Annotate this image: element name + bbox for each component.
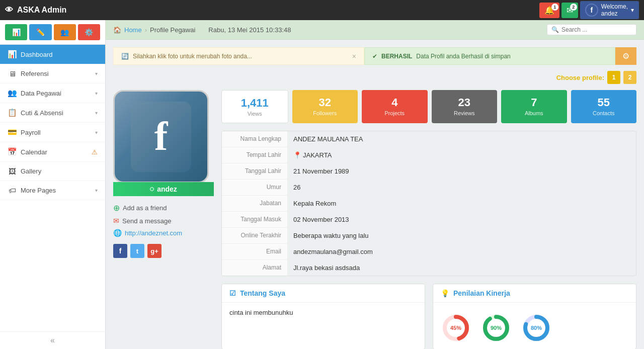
stat-projects-num: 4 [366,96,424,109]
stat-followers[interactable]: 32 Followers [292,90,358,123]
sidebar-item-payroll[interactable]: 💳 Payroll ▾ [0,123,105,142]
stat-albums[interactable]: 7 Albums [501,90,567,123]
alert-green: ✔ BERHASIL Data Profil anda Berhasil di … [364,47,615,65]
chevron-right-icon: ▾ [95,71,98,76]
cuti-absensi-icon: 📋 [8,108,17,117]
stat-views-label: Views [226,111,284,117]
bulb-icon: 💡 [441,289,449,297]
profile-2-button[interactable]: 2 [623,71,636,84]
sidebar-item-referensi[interactable]: 🖥 Referensi ▾ [0,64,105,83]
info-row-jabatan: Jabatan Kepala Rekom [222,196,636,212]
info-row-umur: Umur 26 [222,180,636,196]
subheader: 🏠 Home › Profile Pegawai Rabu, 13 Mei 20… [106,20,644,40]
more-pages-icon: 🏷 [8,186,17,195]
info-key-jabatan: Jabatan [222,196,287,211]
facebook-icon[interactable]: f [113,244,127,258]
sidebar-item-label: More Pages [21,187,91,194]
googleplus-icon[interactable]: g+ [147,244,162,258]
toolbar-chart-button[interactable]: 📊 [5,24,27,40]
choose-profile-label: Choose profile: [556,74,604,81]
sidebar-item-label: Gallery [21,167,98,175]
send-message-action[interactable]: ✉ Send a message [113,215,214,227]
stat-reviews-num: 23 [436,96,494,109]
stat-projects[interactable]: 4 Projects [362,90,428,123]
sidebar-item-dashboard[interactable]: 📊 Dashboard [0,45,105,64]
location-pin-icon: 📍 [293,151,301,159]
about-section: ☑ Tentang Saya cinta ini membunuhku [221,284,425,349]
main-area: 🏠 Home › Profile Pegawai Rabu, 13 Mei 20… [106,20,644,349]
username-label: andez [601,10,618,17]
info-val-online: Beberapa waktu yang lalu [287,228,636,243]
topnav-right: 🔔 1 ✉ 2 f Welcome, andez ▾ [539,1,639,19]
sidebar-toolbar: 📊 ✏️ 👥 ⚙️ [0,20,105,45]
alert-close-button[interactable]: × [352,52,356,60]
stat-views[interactable]: 1,411 Views [221,90,288,123]
website-link[interactable]: http://andeznet.com [125,229,182,237]
info-val-email: andezmaulana@gmail.com [287,244,636,259]
donut-1-label: 45% [450,325,461,331]
info-val-tempat: 📍JAKARTA [287,147,636,163]
chevron-right-icon: ▾ [95,91,98,96]
info-key-alamat: Alamat [222,260,287,276]
eye-icon: 👁 [5,6,13,15]
dashboard-icon: 📊 [8,50,17,59]
search-input[interactable] [561,26,632,33]
notifications-button[interactable]: 🔔 1 [539,3,559,18]
donut-2-label: 90% [491,325,502,331]
profile-1-button[interactable]: 1 [607,71,620,84]
sidebar-item-label: Dashboard [21,51,98,58]
info-key-nama: Nama Lengkap [222,131,287,147]
info-val-umur: 26 [287,180,636,195]
sidebar-collapse-button[interactable]: « [0,331,105,349]
sidebar-item-data-pegawai[interactable]: 👥 Data Pegawai ▾ [0,83,105,103]
profile-name: andez [157,185,177,193]
website-action[interactable]: 🌐 http://andeznet.com [113,227,214,239]
breadcrumb-home-link[interactable]: Home [124,26,142,34]
app-layout: 📊 ✏️ 👥 ⚙️ 📊 Dashboard 🖥 Referensi ▾ 👥 Da… [0,20,644,349]
info-key-tempat: Tempat Lahir [222,147,287,163]
welcome-text: Welcome, [601,3,628,10]
stat-views-num: 1,411 [226,97,284,110]
messages-button[interactable]: ✉ 2 [561,3,578,18]
check-icon: ✔ [372,53,377,60]
choose-profile: Choose profile: 1 2 [113,71,636,84]
donut-chart-3: 80% [521,313,551,343]
data-pegawai-icon: 👥 [8,89,17,98]
stat-reviews[interactable]: 23 Reviews [432,90,498,123]
profile-photo[interactable]: f [113,90,209,183]
donut-3-label: 80% [531,325,542,331]
add-friend-icon: ⊕ [113,203,120,213]
add-friend-action[interactable]: ⊕ Add as a friend [113,201,214,215]
payroll-icon: 💳 [8,128,17,137]
bottom-sections: ☑ Tentang Saya cinta ini membunuhku 💡 Pe… [221,284,636,349]
sidebar-item-more-pages[interactable]: 🏷 More Pages ▾ [0,181,105,200]
toolbar-users-button[interactable]: 👥 [54,24,76,40]
alert-yellow: 🔄 Silahkan klik foto untuk merubah foto … [113,47,364,65]
info-val-nama: ANDEZ MAULANA TEA [287,131,636,147]
sidebar-item-label: Cuti & Absensi [21,109,91,117]
info-row-alamat: Alamat Jl.raya bekasi asdsada [222,260,636,276]
about-section-body: cinta ini membunuhku [222,303,425,322]
sidebar-item-calendar[interactable]: 📅 Calendar ⚠ [0,142,105,162]
profile-layout: f andez ⊕ Add as a friend ✉ Send a [113,90,636,349]
sidebar-item-cuti-absensi[interactable]: 📋 Cuti & Absensi ▾ [0,103,105,123]
topnav: 👁 ASKA Admin 🔔 1 ✉ 2 f Welcome, andez ▾ [0,0,644,20]
info-row-nama: Nama Lengkap ANDEZ MAULANA TEA [222,131,636,147]
sidebar-item-gallery[interactable]: 🖼 Gallery [0,162,105,181]
toolbar-edit-button[interactable]: ✏️ [29,24,51,40]
user-menu[interactable]: f Welcome, andez ▾ [580,1,639,19]
info-key-tanggalmasuk: Tanggal Masuk [222,212,287,227]
toolbar-settings-button[interactable]: ⚙️ [78,24,100,40]
twitter-icon[interactable]: t [130,244,144,258]
alert-green-text: Data Profil anda Berhasil di simpan [416,53,510,60]
notification-badge: 1 [551,4,558,11]
info-val-jabatan: Kepala Rekom [287,196,636,211]
profile-actions: ⊕ Add as a friend ✉ Send a message 🌐 htt… [113,201,214,239]
alert-settings-button[interactable]: ⚙ [615,47,636,65]
info-table: Nama Lengkap ANDEZ MAULANA TEA Tempat La… [221,131,636,276]
stat-contacts[interactable]: 55 Contacts [571,90,637,123]
profile-name-badge: andez [113,182,214,196]
stat-albums-label: Albums [505,110,563,116]
donut-1: 45% [441,313,471,343]
info-key-email: Email [222,244,287,259]
